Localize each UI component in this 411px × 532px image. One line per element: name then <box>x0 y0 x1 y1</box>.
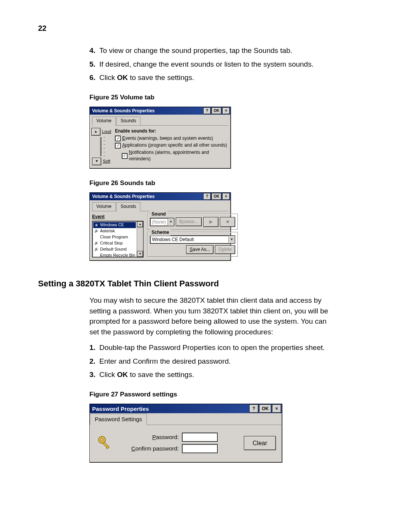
close-button[interactable]: × <box>272 404 281 413</box>
close-button[interactable]: × <box>222 107 230 114</box>
stop-button[interactable]: ■ <box>220 217 235 227</box>
event-item-close-program[interactable]: Close Program <box>93 234 136 240</box>
svg-point-1 <box>101 439 104 441</box>
scheme-dropdown[interactable]: Windows CE Default ▼ <box>150 235 235 244</box>
ok-button[interactable]: OK <box>259 404 271 413</box>
step-text-after: to save the settings. <box>128 73 194 81</box>
save-as-button[interactable]: Save As... <box>186 245 213 254</box>
tab-row: Volume Sounds <box>92 116 228 125</box>
tab-row: Password Settings <box>90 413 282 425</box>
speaker-icon: 🔊 <box>94 241 99 246</box>
tab-sounds[interactable]: Sounds <box>116 202 140 211</box>
window-title: Volume & Sounds Properties <box>92 108 155 114</box>
scheme-groupbox-label: Scheme <box>150 229 170 236</box>
section-heading: Setting a 3820TX Tablet Thin Client Pass… <box>38 278 365 290</box>
tab-label: Sounds <box>121 118 136 123</box>
key-icon <box>96 434 114 452</box>
sound-dropdown-value: (None) <box>150 218 167 226</box>
tab-row: Volume Sounds <box>92 202 228 211</box>
step-number: 5. <box>89 59 99 70</box>
sound-groupbox: Sound (None) ▼ Browse... ▶ ■ <box>147 214 238 230</box>
scroll-up-button[interactable]: ▲ <box>137 221 143 227</box>
dropdown-arrow-icon[interactable]: ▼ <box>228 236 235 243</box>
steps-list-b: 1. Double-tap the Password Properties ic… <box>89 342 333 380</box>
volume-up-button[interactable]: ▲ <box>91 128 100 136</box>
event-item-label: Default Sound <box>100 246 127 252</box>
delete-button[interactable]: Delete <box>215 245 235 254</box>
ok-button[interactable]: OK <box>212 193 221 200</box>
enable-sounds-label: Enable sounds for: <box>115 128 228 134</box>
scheme-groupbox: Scheme Windows CE Default ▼ Save As... D… <box>147 232 238 257</box>
step-number: 2. <box>89 356 99 367</box>
soft-label: Soft <box>103 158 110 165</box>
figure-26-caption: Figure 26 Sounds tab <box>89 179 333 188</box>
close-button[interactable]: × <box>222 193 230 200</box>
volume-track[interactable] <box>100 137 102 156</box>
step-text: If desired, change the event sounds or l… <box>99 59 333 70</box>
notifications-checkbox[interactable]: ✓ <box>122 153 127 159</box>
event-scrollbar[interactable]: ▲ ▼ <box>137 221 143 257</box>
step-text-bold: OK <box>117 371 128 379</box>
event-listbox[interactable]: 🖥Windows CE 🔊Asterisk Close Program 🔊Cri… <box>92 221 143 257</box>
step-text-bold: OK <box>117 73 128 81</box>
scroll-down-button[interactable]: ▼ <box>137 251 143 257</box>
speaker-icon: 🔊 <box>94 247 99 252</box>
events-checkbox-label: Events (warnings, beeps and system event… <box>122 135 213 142</box>
event-item-asterisk[interactable]: 🔊Asterisk <box>93 228 136 234</box>
help-button[interactable]: ? <box>249 404 258 413</box>
step-number: 6. <box>89 72 99 83</box>
ok-button[interactable]: OK <box>212 107 221 114</box>
step-number: 4. <box>89 45 99 56</box>
speaker-icon: 🔊 <box>94 229 99 233</box>
browse-button[interactable]: Browse... <box>176 217 202 226</box>
step-text: To view or change the sound properties, … <box>99 45 333 56</box>
volume-sounds-window-sounds-tab: Volume & Sounds Properties ? OK × Volume… <box>89 192 231 261</box>
applications-checkbox[interactable]: ✓ <box>115 143 121 149</box>
notifications-checkbox-label: Notifications (alarms, appointments and … <box>129 149 228 163</box>
blank-icon <box>94 253 99 257</box>
tab-label: Sounds <box>121 204 136 209</box>
event-item-windows-ce[interactable]: 🖥Windows CE <box>93 222 136 228</box>
dropdown-arrow-icon[interactable]: ▼ <box>167 218 174 226</box>
scheme-dropdown-value: Windows CE Default <box>150 236 228 243</box>
event-item-label: Windows CE <box>100 222 124 228</box>
tab-sounds[interactable]: Sounds <box>116 117 140 125</box>
titlebar[interactable]: Volume & Sounds Properties ? OK × <box>90 193 231 200</box>
sound-groupbox-label: Sound <box>150 211 167 217</box>
steps-list-a: 4. To view or change the sound propertie… <box>89 45 333 83</box>
step-text: Enter and Confirm the desired password. <box>99 356 333 367</box>
volume-down-button[interactable]: ▼ <box>92 158 101 165</box>
page-number: 22 <box>38 23 365 34</box>
step-text: Click OK to save the settings. <box>99 369 333 380</box>
event-item-critical-stop[interactable]: 🔊Critical Stop <box>93 240 136 246</box>
tab-label: Volume <box>96 118 112 123</box>
event-item-label: Empty Recycle Bin <box>100 252 135 257</box>
sound-dropdown[interactable]: (None) ▼ <box>150 218 174 226</box>
password-input[interactable] <box>182 433 218 442</box>
event-item-label: Close Program <box>100 234 128 240</box>
computer-icon: 🖥 <box>94 223 99 227</box>
volume-slider[interactable]: ▲ Loud ▼ Soft <box>92 128 110 165</box>
tab-label: Volume <box>96 204 112 209</box>
confirm-password-input[interactable] <box>182 444 218 453</box>
tab-volume[interactable]: Volume <box>92 117 116 125</box>
event-item-empty-recycle-bin[interactable]: Empty Recycle Bin <box>93 252 136 257</box>
help-button[interactable]: ? <box>203 193 211 200</box>
event-item-label: Asterisk <box>100 228 115 234</box>
window-title: Password Properties <box>92 405 149 413</box>
events-checkbox[interactable]: ✓ <box>115 136 121 141</box>
tab-password-settings[interactable]: Password Settings <box>90 414 147 425</box>
volume-sounds-window-volume-tab: Volume & Sounds Properties ? OK × Volume… <box>89 107 231 168</box>
titlebar[interactable]: Password Properties ? OK × <box>90 404 282 413</box>
event-column-header: Event <box>92 214 143 220</box>
figure-25-caption: Figure 25 Volume tab <box>89 93 333 102</box>
confirm-password-label: Confirm password: <box>122 444 179 453</box>
applications-checkbox-label: Applications (program specific and all o… <box>122 142 227 149</box>
play-button[interactable]: ▶ <box>203 217 218 227</box>
step-text: Click OK to save the settings. <box>99 72 333 83</box>
titlebar[interactable]: Volume & Sounds Properties ? OK × <box>90 107 231 115</box>
tab-volume[interactable]: Volume <box>92 202 116 211</box>
event-item-default-sound[interactable]: 🔊Default Sound <box>93 246 136 252</box>
help-button[interactable]: ? <box>203 107 211 114</box>
clear-button[interactable]: Clear <box>244 436 276 450</box>
